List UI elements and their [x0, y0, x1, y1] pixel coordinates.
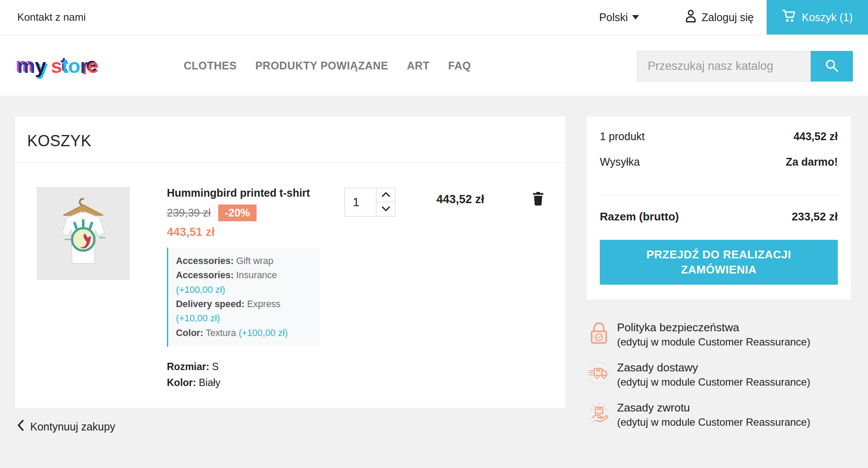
reassurance-texts: Zasady dostawy (edytuj w module Customer…: [617, 361, 810, 388]
topbar-right: Polski Zaloguj się Koszyk (1): [599, 0, 868, 35]
summary-products-value: 443,52 zł: [793, 130, 838, 143]
summary-products-label: 1 produkt: [600, 130, 645, 143]
reassurance-subtitle: (edytuj w module Customer Reassurance): [617, 416, 810, 428]
attribute-line-color: Kolor: Biały: [167, 375, 322, 391]
cart-button[interactable]: Koszyk (1): [767, 0, 868, 35]
option-line: Delivery speed: Express (+10,00 zł): [176, 297, 313, 326]
reassurance-texts: Polityka bezpieczeństwa (edytuj w module…: [617, 321, 810, 348]
search-icon: [824, 58, 839, 74]
reassurance-title: Zasady dostawy: [617, 361, 810, 374]
store-logo[interactable]: my store: [17, 54, 98, 78]
chevron-down-icon: [382, 206, 390, 213]
quantity-stepper: [345, 188, 395, 217]
quantity-arrows: [376, 188, 395, 216]
return-hand-icon: [587, 401, 611, 425]
reassurance-item-delivery: Zasady dostawy (edytuj w module Customer…: [587, 361, 851, 388]
main-content: KOSZYK: [0, 96, 868, 441]
option-line: Accessories: Gift wrap: [176, 254, 313, 268]
summary-column: 1 produkt 443,52 zł Wysyłka Za darmo! Ra…: [587, 116, 851, 441]
attribute-line-size: Rozmiar: S: [167, 359, 322, 375]
nav-produkty-powiazane[interactable]: PRODUKTY POWIĄZANE: [255, 60, 389, 72]
reassurance-item-returns: Zasady zwrotu (edytuj w module Customer …: [587, 401, 851, 428]
quantity-increase-button[interactable]: [376, 188, 395, 202]
summary-divider: [600, 195, 838, 195]
summary-total-label: Razem (brutto): [600, 210, 679, 223]
lock-icon: [587, 321, 611, 345]
product-attributes: Rozmiar: S Kolor: Biały: [167, 359, 322, 391]
product-name[interactable]: Hummingbird printed t-shirt: [167, 187, 322, 199]
nav-art[interactable]: ART: [407, 60, 429, 72]
option-line: Accessories: Insurance (+100,00 zł): [176, 268, 313, 297]
product-info: Hummingbird printed t-shirt 239,39 zł -2…: [167, 187, 322, 390]
quantity-decrease-button[interactable]: [376, 202, 395, 216]
contact-link[interactable]: Kontakt z nami: [17, 11, 86, 23]
option-line: Color: Textura (+100,00 zł): [176, 326, 313, 340]
reassurance-texts: Zasady zwrotu (edytuj w module Customer …: [617, 401, 810, 428]
summary-shipping-row: Wysyłka Za darmo!: [600, 156, 838, 168]
top-bar: Kontakt z nami Polski Zaloguj się Koszyk…: [0, 0, 868, 35]
price-line: 239,39 zł -20%: [167, 204, 322, 221]
reassurance-block: Polityka bezpieczeństwa (edytuj w module…: [587, 321, 851, 428]
summary-products-row: 1 produkt 443,52 zł: [600, 130, 838, 143]
line-total-price: 443,52 zł: [436, 193, 492, 206]
reassurance-item-security: Polityka bezpieczeństwa (edytuj w module…: [587, 321, 851, 348]
reassurance-title: Polityka bezpieczeństwa: [617, 321, 810, 334]
cart-card-body: Hummingbird printed t-shirt 239,39 zł -2…: [15, 163, 565, 408]
checkout-button[interactable]: PRZEJDŹ DO REALIZACJI ZAMÓWIENIA: [600, 240, 838, 285]
discount-badge: -20%: [218, 204, 256, 221]
shopping-cart-icon: [782, 9, 796, 25]
language-selector[interactable]: Polski: [599, 11, 639, 24]
summary-total-value: 233,52 zł: [792, 210, 838, 223]
quantity-input[interactable]: [345, 188, 376, 216]
continue-shopping-link[interactable]: Kontynuuj zakupy: [17, 420, 565, 433]
delivery-truck-icon: [587, 361, 611, 385]
login-label: Zaloguj się: [702, 11, 754, 24]
product-options-box: Accessories: Gift wrap Accessories: Insu…: [167, 248, 320, 347]
summary-shipping-label: Wysyłka: [600, 156, 640, 168]
person-icon: [684, 9, 697, 25]
login-button[interactable]: Zaloguj się: [684, 9, 754, 25]
page-title: KOSZYK: [27, 132, 553, 150]
main-nav: CLOTHES PRODUKTY POWIĄZANE ART FAQ: [184, 60, 471, 72]
search-bar: [637, 51, 853, 82]
chevron-down-icon: [632, 15, 639, 19]
nav-faq[interactable]: FAQ: [448, 60, 471, 72]
chevron-left-icon: [17, 420, 24, 433]
chevron-up-icon: [382, 192, 390, 198]
search-button[interactable]: [811, 51, 853, 82]
product-image[interactable]: [37, 187, 130, 280]
main-header: my store CLOTHES PRODUKTY POWIĄZANE ART …: [0, 35, 868, 96]
cart-column: KOSZYK: [15, 116, 565, 441]
reassurance-subtitle: (edytuj w module Customer Reassurance): [617, 336, 810, 348]
summary-shipping-value: Za darmo!: [786, 156, 838, 168]
reassurance-subtitle: (edytuj w module Customer Reassurance): [617, 376, 810, 388]
cart-summary-card: 1 produkt 443,52 zł Wysyłka Za darmo! Ra…: [587, 116, 851, 299]
trash-icon: [532, 201, 544, 207]
cart-page: Kontakt z nami Polski Zaloguj się Koszyk…: [0, 0, 868, 468]
remove-item-button[interactable]: [532, 191, 544, 207]
language-label: Polski: [599, 11, 628, 24]
continue-shopping-label: Kontynuuj zakupy: [30, 421, 115, 433]
cart-item-row: Hummingbird printed t-shirt 239,39 zł -2…: [27, 187, 553, 390]
summary-total-row: Razem (brutto) 233,52 zł: [600, 210, 838, 223]
cart-button-label: Koszyk (1): [802, 11, 852, 24]
reassurance-title: Zasady zwrotu: [617, 401, 810, 415]
regular-price: 239,39 zł: [167, 207, 210, 219]
search-input[interactable]: [637, 51, 811, 82]
unit-price: 443,51 zł: [167, 226, 322, 239]
nav-clothes[interactable]: CLOTHES: [184, 60, 237, 72]
cart-card-header: KOSZYK: [15, 116, 565, 163]
cart-card: KOSZYK: [15, 116, 565, 408]
